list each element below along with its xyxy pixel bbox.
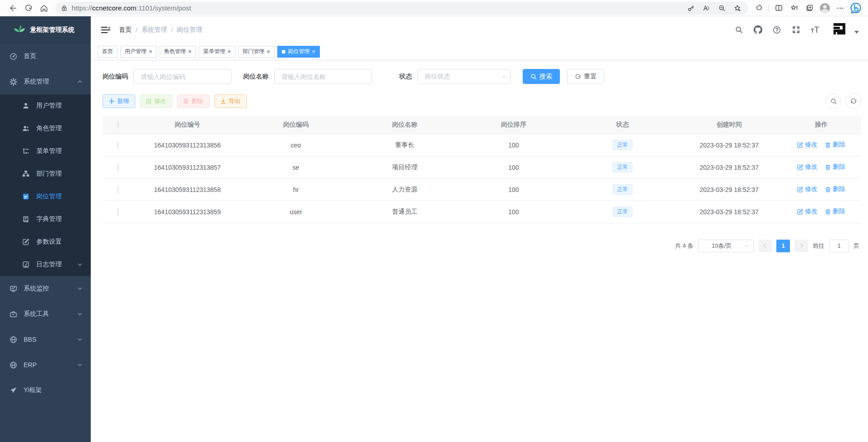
favorites-button[interactable] xyxy=(786,1,802,15)
fullscreen-button[interactable] xyxy=(788,21,804,39)
sidebar-item-post-manage[interactable]: 岗位管理 xyxy=(0,185,91,208)
address-bar[interactable]: https://ccnetcore.com:1101/system/post xyxy=(55,2,748,15)
zoom-out-button[interactable] xyxy=(715,1,729,15)
page-size-select[interactable]: 10条/页 xyxy=(698,240,754,252)
browser-back-button[interactable] xyxy=(5,1,21,15)
edit-link[interactable]: 修改 xyxy=(797,163,818,171)
github-link-button[interactable] xyxy=(750,21,765,39)
add-favorite-button[interactable] xyxy=(731,1,744,15)
post-name-input[interactable] xyxy=(274,69,372,84)
header-search-button[interactable] xyxy=(731,21,746,39)
copilot-button[interactable] xyxy=(848,1,863,15)
close-icon[interactable]: × xyxy=(188,49,192,54)
reset-button[interactable]: 重置 xyxy=(567,69,604,84)
breadcrumb-home[interactable]: 首页 xyxy=(119,26,132,34)
delete-button-disabled[interactable]: 删除 xyxy=(177,94,210,108)
table-search-toggle-button[interactable] xyxy=(826,93,841,109)
prev-page-button[interactable] xyxy=(758,240,772,252)
read-aloud-button[interactable] xyxy=(700,1,713,15)
sidebar-toggle-button[interactable] xyxy=(98,22,113,38)
collections-button[interactable] xyxy=(802,1,817,15)
sidebar-item-dept-manage[interactable]: 部门管理 xyxy=(0,162,91,185)
table-refresh-button[interactable] xyxy=(846,93,861,109)
browser-home-button[interactable] xyxy=(36,1,52,15)
brand-logo xyxy=(831,21,850,39)
edit-link[interactable]: 修改 xyxy=(797,141,818,149)
close-icon[interactable]: × xyxy=(227,49,231,54)
delete-link[interactable]: 删除 xyxy=(825,185,845,193)
status-select[interactable]: 岗位状态 xyxy=(417,69,511,84)
pagination: 共 4 条 10条/页 1 前往 页 xyxy=(103,240,861,252)
row-checkbox[interactable] xyxy=(118,186,118,194)
extensions-icon xyxy=(755,4,763,12)
row-checkbox[interactable] xyxy=(118,141,118,149)
read-aloud-icon xyxy=(703,5,710,12)
sidebar-item-label: 部门管理 xyxy=(36,170,62,178)
app-logo[interactable]: 意框架管理系统 xyxy=(0,16,91,44)
tab-role-manage[interactable]: 角色管理× xyxy=(160,46,196,58)
help-doc-button[interactable] xyxy=(769,21,785,39)
browser-menu-button[interactable] xyxy=(833,1,848,15)
tab-home[interactable]: 首页 xyxy=(98,46,118,58)
row-checkbox[interactable] xyxy=(118,163,118,172)
post-sort-cell: 100 xyxy=(459,156,568,178)
edit-button-disabled[interactable]: 修改 xyxy=(140,94,172,108)
chevron-down-icon xyxy=(77,262,83,267)
sidebar-item-system-tools[interactable]: 系统工具 xyxy=(0,301,91,327)
goto-page-input[interactable] xyxy=(829,240,849,252)
edit-link[interactable]: 修改 xyxy=(797,207,818,216)
goto-label: 前往 xyxy=(813,242,824,250)
add-button[interactable]: 新增 xyxy=(103,94,135,108)
sidebar-item-system-manage[interactable]: 系统管理 xyxy=(0,69,91,94)
table-row: 1641030593112313857 se 项目经理 100 正常 2023-… xyxy=(103,156,861,178)
sidebar-item-bbs[interactable]: BBS xyxy=(0,327,91,352)
select-all-checkbox[interactable] xyxy=(118,121,118,129)
post-code-input[interactable] xyxy=(133,69,231,84)
chevron-up-icon xyxy=(77,79,83,84)
sidebar-item-log-manage[interactable]: 日志管理 xyxy=(0,253,91,276)
close-icon[interactable]: × xyxy=(149,49,152,54)
password-key-button[interactable] xyxy=(684,1,698,15)
user-avatar-menu[interactable] xyxy=(831,21,859,39)
browser-refresh-button[interactable] xyxy=(21,1,36,15)
post-sort-cell: 100 xyxy=(459,201,568,223)
sidebar-item-dict-manage[interactable]: 字典管理 xyxy=(0,208,91,231)
sidebar-item-user-manage[interactable]: 用户管理 xyxy=(0,94,91,117)
next-page-button[interactable] xyxy=(794,240,808,252)
download-icon xyxy=(221,98,226,104)
tab-menu-manage[interactable]: 菜单管理× xyxy=(199,46,235,58)
font-size-button[interactable] xyxy=(807,21,823,39)
sidebar-item-home[interactable]: 首页 xyxy=(0,44,91,69)
page-1-button[interactable]: 1 xyxy=(776,240,790,252)
export-button[interactable]: 导出 xyxy=(214,94,247,108)
edit-link[interactable]: 修改 xyxy=(797,185,818,193)
edit-icon xyxy=(797,164,803,170)
tab-user-manage[interactable]: 用户管理× xyxy=(120,46,157,58)
app-navbar: 首页 / 系统管理 / 岗位管理 xyxy=(91,16,868,43)
delete-link[interactable]: 删除 xyxy=(825,207,845,216)
close-icon[interactable]: × xyxy=(312,49,315,54)
delete-link[interactable]: 删除 xyxy=(825,163,845,171)
close-icon[interactable]: × xyxy=(267,49,270,54)
split-screen-button[interactable] xyxy=(771,1,786,15)
browser-profile-button[interactable] xyxy=(817,1,833,15)
page-content: 岗位编码 岗位名称 状态 岗位状态 搜索 重 xyxy=(91,60,868,442)
row-checkbox[interactable] xyxy=(118,208,118,216)
sidebar-item-menu-manage[interactable]: 菜单管理 xyxy=(0,140,91,162)
trash-icon xyxy=(825,142,831,148)
search-button[interactable]: 搜索 xyxy=(523,69,560,84)
reset-button-label: 重置 xyxy=(584,73,597,81)
sidebar-item-system-monitor[interactable]: 系统监控 xyxy=(0,276,91,301)
sidebar-item-param-settings[interactable]: 参数设置 xyxy=(0,231,91,253)
sidebar-item-role-manage[interactable]: 角色管理 xyxy=(0,117,91,140)
tab-post-manage[interactable]: 岗位管理× xyxy=(277,46,320,58)
sidebar-item-label: 系统工具 xyxy=(24,310,49,318)
tab-dept-manage[interactable]: 部门管理× xyxy=(238,46,275,58)
delete-link[interactable]: 删除 xyxy=(825,141,845,149)
sidebar-item-yi-framework[interactable]: Yi框架 xyxy=(0,378,91,403)
chevron-down-icon xyxy=(77,286,83,291)
back-icon xyxy=(9,4,17,12)
browser-extensions-button[interactable] xyxy=(751,1,767,15)
sidebar-item-erp[interactable]: ERP xyxy=(0,352,91,378)
table-row: 1641030593112313856 ceo 董事长 100 正常 2023-… xyxy=(103,134,861,156)
